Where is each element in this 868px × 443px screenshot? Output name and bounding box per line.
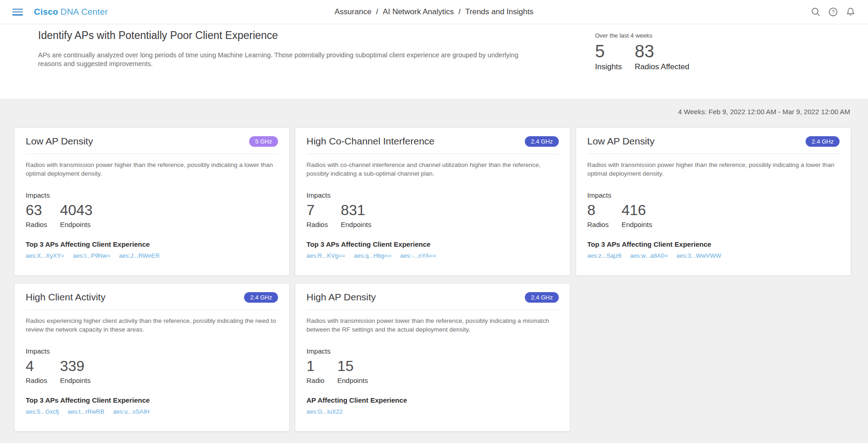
- impacts-label: Impacts: [306, 191, 559, 199]
- band-badge: 2.4 GHz: [806, 136, 840, 147]
- breadcrumb-assurance[interactable]: Assurance: [334, 7, 371, 17]
- ap-link[interactable]: aes:X...XyXY=: [26, 252, 64, 259]
- card-description: Radios with transmission power higher th…: [587, 161, 840, 178]
- endpoints-label: Endpoints: [622, 221, 652, 228]
- radios-label: Radio: [306, 377, 324, 384]
- page-header: Identify APs with Potentially Poor Clien…: [0, 24, 868, 99]
- aps-heading: Top 3 APs Affecting Client Experience: [26, 240, 278, 248]
- breadcrumb: Assurance / AI Network Analytics / Trend…: [334, 7, 533, 17]
- radios-affected-count: 83: [635, 42, 690, 61]
- radios-label: Radios: [306, 221, 328, 228]
- endpoints-count: 831: [341, 202, 372, 218]
- radios-stat: 1 Radio: [306, 358, 324, 384]
- impacts-label: Impacts: [26, 347, 278, 355]
- band-badge: 2.4 GHz: [525, 136, 559, 147]
- insights-count: 5: [595, 42, 622, 61]
- endpoints-label: Endpoints: [60, 377, 91, 384]
- ap-link[interactable]: aes:3...WwVWW: [676, 252, 721, 259]
- card-title: Low AP Density: [26, 136, 93, 147]
- ap-link[interactable]: aes:t...rRwRB: [67, 408, 104, 415]
- endpoints-stat: 15 Endpoints: [337, 358, 368, 384]
- radios-label: Radios: [26, 377, 47, 384]
- brand-product: DNA Center: [61, 7, 108, 17]
- ap-link[interactable]: aes:5...Gxcfj: [26, 408, 59, 415]
- search-icon[interactable]: [811, 7, 821, 17]
- breadcrumb-trends-and-insights[interactable]: Trends and Insights: [465, 7, 534, 17]
- impacts-label: Impacts: [587, 191, 840, 199]
- card-title: High Co-Channel Interference: [306, 136, 434, 147]
- endpoints-stat: 339 Endpoints: [60, 358, 91, 384]
- aps-heading: AP Affecting Client Experience: [306, 396, 559, 404]
- ap-link[interactable]: aes:u...vSAIH: [113, 408, 149, 415]
- radios-label: Radios: [587, 221, 609, 228]
- summary-stats: Over the last 4 weeks 5 Insights 83 Radi…: [595, 32, 689, 72]
- card-title: High AP Density: [306, 292, 376, 303]
- topbar-actions: ?: [811, 7, 856, 17]
- endpoints-stat: 831 Endpoints: [341, 202, 372, 228]
- endpoints-label: Endpoints: [337, 377, 368, 384]
- band-badge: 5 GHz: [249, 136, 278, 147]
- ap-link[interactable]: aes:-...nYA==: [400, 252, 436, 259]
- app-logo[interactable]: CiscoDNA Center: [34, 7, 108, 17]
- card-description: Radios experiencing higher client activi…: [26, 316, 278, 334]
- ap-link[interactable]: aes:z...Sajz6: [587, 252, 621, 259]
- stats-caption: Over the last 4 weeks: [595, 32, 689, 39]
- radios-stat: 7 Radios: [306, 202, 328, 228]
- page-title: Identify APs with Potentially Poor Clien…: [38, 29, 851, 42]
- insights-section: 4 Weeks: Feb 9, 2022 12:00 AM - Mar 9, 2…: [0, 99, 868, 443]
- radios-count: 63: [26, 202, 47, 218]
- ap-link[interactable]: aes:J...RWeER: [119, 252, 159, 259]
- insight-card-high-client-activity[interactable]: High Client Activity 2.4 GHz Radios expe…: [14, 283, 289, 432]
- card-description: Radios with transmission power lower tha…: [306, 316, 559, 334]
- endpoints-count: 416: [622, 202, 652, 218]
- endpoints-count: 4043: [60, 202, 93, 218]
- svg-text:?: ?: [832, 9, 835, 15]
- endpoints-stat: 4043 Endpoints: [60, 202, 93, 228]
- endpoints-count: 15: [337, 358, 368, 374]
- aps-heading: Top 3 APs Affecting Client Experience: [306, 240, 559, 248]
- date-range-label: 4 Weeks: Feb 9, 2022 12:00 AM - Mar 9, 2…: [0, 108, 868, 116]
- bell-icon[interactable]: [846, 7, 856, 17]
- band-badge: 2.4 GHz: [525, 292, 559, 303]
- top-bar: CiscoDNA Center Assurance / AI Network A…: [0, 0, 868, 24]
- radios-count: 7: [306, 202, 328, 218]
- radios-affected-label: Radios Affected: [635, 62, 690, 72]
- radios-label: Radios: [26, 221, 47, 228]
- endpoints-stat: 416 Endpoints: [622, 202, 652, 228]
- ap-link[interactable]: aes:q...Hbg==: [354, 252, 392, 259]
- radios-stat: 63 Radios: [26, 202, 47, 228]
- breadcrumb-ai-network-analytics[interactable]: AI Network Analytics: [383, 7, 454, 17]
- aps-heading: Top 3 APs Affecting Client Experience: [587, 240, 840, 248]
- endpoints-label: Endpoints: [60, 221, 93, 228]
- help-icon[interactable]: ?: [828, 7, 838, 17]
- radios-stat: 4 Radios: [26, 358, 47, 384]
- ap-link[interactable]: aes:R...KVg==: [306, 252, 345, 259]
- radios-affected-stat: 83 Radios Affected: [635, 42, 690, 72]
- radios-count: 4: [26, 358, 47, 374]
- insight-cards-grid: Low AP Density 5 GHz Radios with transmi…: [14, 127, 851, 432]
- radios-count: 1: [306, 358, 324, 374]
- radios-stat: 8 Radios: [587, 202, 609, 228]
- insight-card-low-ap-density-24ghz[interactable]: Low AP Density 2.4 GHz Radios with trans…: [576, 127, 851, 276]
- radios-count: 8: [587, 202, 609, 218]
- page-description: APs are continually analyzed over long p…: [38, 51, 521, 68]
- card-title: High Client Activity: [26, 292, 106, 303]
- hamburger-menu-icon[interactable]: [12, 9, 23, 16]
- insight-card-high-ap-density[interactable]: High AP Density 2.4 GHz Radios with tran…: [295, 283, 570, 432]
- ap-link[interactable]: aes:I...P9Nw=: [73, 252, 110, 259]
- insight-card-high-co-channel-interference[interactable]: High Co-Channel Interference 2.4 GHz Rad…: [295, 127, 570, 276]
- insights-label: Insights: [595, 62, 622, 72]
- breadcrumb-separator: /: [376, 7, 378, 17]
- insight-card-low-ap-density-5ghz[interactable]: Low AP Density 5 GHz Radios with transmi…: [14, 127, 289, 276]
- band-badge: 2.4 GHz: [244, 292, 278, 303]
- ap-link[interactable]: aes:G...luX22: [306, 408, 343, 415]
- impacts-label: Impacts: [26, 191, 278, 199]
- ap-link[interactable]: aes:w...a8A0=: [630, 252, 668, 259]
- card-description: Radios with co-channel interference and …: [306, 161, 559, 178]
- aps-heading: Top 3 APs Affecting Client Experience: [26, 396, 278, 404]
- card-description: Radios with transmission power higher th…: [26, 161, 278, 178]
- impacts-label: Impacts: [306, 347, 559, 355]
- breadcrumb-separator: /: [458, 7, 461, 17]
- insights-stat: 5 Insights: [595, 42, 622, 72]
- brand-cisco: Cisco: [34, 7, 58, 17]
